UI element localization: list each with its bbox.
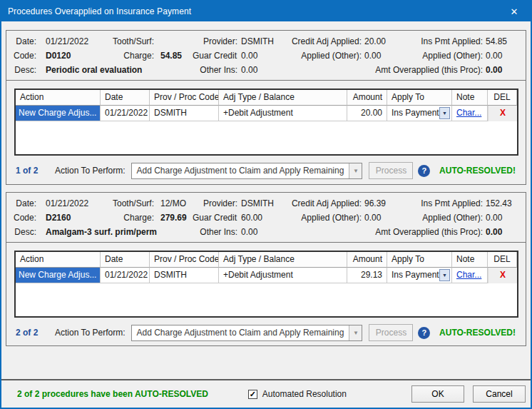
- credit-adj-applied-label: Credit Adj Applied:: [285, 34, 362, 49]
- cancel-button[interactable]: Cancel: [473, 385, 526, 403]
- applied-other-label: Applied (Other):: [285, 49, 362, 63]
- spacer: [1, 346, 531, 379]
- provider-label: Provider:: [193, 196, 237, 211]
- applied-other-label: Applied (Other):: [399, 211, 483, 225]
- col-header-del: DEL: [488, 252, 517, 268]
- footer-bar: 2 of 2 procedures have been AUTO-RESOLVE…: [1, 380, 531, 408]
- amount-cell: 20.00: [347, 106, 387, 121]
- procedure-section-2: Date: 01/21/2022 Tooth/Surf: 12/MO Provi…: [6, 192, 526, 346]
- note-cell: Char...: [452, 106, 488, 121]
- other-ins-value: 0.00: [237, 225, 285, 239]
- action-cell-selected[interactable]: New Charge Adjus...: [16, 268, 101, 283]
- table-empty-area: [16, 283, 517, 316]
- amt-overapplied-label: Amt Overapplied (this Proc):: [285, 225, 483, 239]
- table-row[interactable]: New Charge Adjus... 01/21/2022 DSMITH +D…: [16, 106, 517, 121]
- charge-value: 279.69: [154, 211, 193, 225]
- code-label: Code:: [13, 211, 36, 225]
- date-cell: 01/21/2022: [101, 106, 150, 121]
- action-to-perform-dropdown[interactable]: Add Charge Adjustment to Claim and Apply…: [131, 325, 362, 341]
- tooth-surf-value: 12/MO: [154, 196, 193, 211]
- delete-row-button[interactable]: X: [488, 268, 517, 283]
- amt-overapplied-value: 0.00: [483, 63, 519, 77]
- action-to-perform-label: Action To Perform:: [55, 328, 125, 338]
- apply-to-value: Ins Payment: [392, 106, 439, 121]
- window-title: Procedures Overapplied on Insurance Paym…: [1, 6, 191, 16]
- action-row-1: 1 of 2 Action To Perform: Add Charge Adj…: [16, 162, 516, 179]
- amt-overapplied-value: 0.00: [483, 225, 519, 239]
- table-header-row: Action Date Prov / Proc Code Adj Type / …: [16, 90, 517, 106]
- auto-resolved-badge: AUTO-RESOLVED!: [439, 166, 516, 176]
- table-row[interactable]: New Charge Adjus... 01/21/2022 DSMITH +D…: [16, 268, 517, 283]
- ok-button[interactable]: OK: [411, 385, 464, 403]
- tooth-surf-value: [154, 34, 193, 49]
- guar-credit-label: Guar Credit:: [193, 49, 237, 63]
- dialog-window: Procedures Overapplied on Insurance Paym…: [0, 0, 532, 409]
- action-row-2: 2 of 2 Action To Perform: Add Charge Adj…: [16, 324, 516, 341]
- chevron-down-icon: ▼: [442, 106, 447, 121]
- applied-other-value: 0.00: [362, 211, 399, 225]
- credit-adj-applied-label: Credit Adj Applied:: [285, 196, 362, 211]
- guar-credit-value: 60.00: [237, 211, 285, 225]
- charge-label: Charge:: [103, 49, 154, 63]
- ins-pmt-applied-value: 54.85: [483, 34, 519, 49]
- date-cell: 01/21/2022: [101, 268, 150, 283]
- auto-resolved-badge: AUTO-RESOLVED!: [439, 328, 516, 338]
- dropdown-button[interactable]: ▼: [439, 269, 450, 281]
- checkbox-box[interactable]: ✓: [248, 390, 257, 399]
- credit-adj-applied-value: 96.39: [362, 196, 399, 211]
- prov-cell: DSMITH: [150, 106, 219, 121]
- provider-value: DSMITH: [237, 196, 285, 211]
- col-header-prov: Prov / Proc Code: [150, 252, 219, 268]
- col-header-date: Date: [101, 252, 150, 268]
- resolution-status-text: 2 of 2 procedures have been AUTO-RESOLVE…: [17, 389, 208, 399]
- delete-row-button[interactable]: X: [488, 106, 517, 121]
- amount-cell: 29.13: [347, 268, 387, 283]
- amt-overapplied-label: Amt Overapplied (this Proc):: [285, 63, 483, 77]
- action-to-perform-value: Add Charge Adjustment to Claim and Apply…: [132, 328, 349, 338]
- applied-other-value: 0.00: [483, 49, 519, 63]
- apply-to-dropdown[interactable]: Ins Payment ▼: [387, 268, 452, 283]
- note-link[interactable]: Char...: [456, 270, 481, 280]
- action-to-perform-dropdown[interactable]: Add Charge Adjustment to Claim and Apply…: [131, 163, 362, 179]
- chevron-down-icon: ▼: [349, 163, 362, 178]
- charge-value: 54.85: [154, 49, 193, 63]
- adjustments-table-1: Action Date Prov / Proc Code Adj Type / …: [14, 89, 518, 156]
- checkbox-label: Automated Resolution: [262, 389, 347, 399]
- col-header-apply-to: Apply To: [387, 90, 452, 106]
- col-header-action: Action: [16, 90, 101, 106]
- dropdown-arrow-glyph: ▼: [353, 330, 359, 336]
- provider-label: Provider:: [193, 34, 237, 49]
- automated-resolution-checkbox[interactable]: ✓ Automated Resolution: [248, 389, 347, 399]
- date-label: Date:: [13, 196, 36, 211]
- process-button[interactable]: Process: [369, 324, 413, 341]
- procedure-info-1: Date: 01/21/2022 Tooth/Surf: Provider: D…: [6, 31, 526, 81]
- col-header-date: Date: [101, 90, 150, 106]
- col-header-adj-type: Adj Type / Balance: [219, 252, 347, 268]
- ins-pmt-applied-value: 152.43: [483, 196, 519, 211]
- date-label: Date:: [13, 34, 36, 49]
- col-header-note: Note: [452, 252, 488, 268]
- apply-to-dropdown[interactable]: Ins Payment ▼: [387, 106, 452, 121]
- help-icon[interactable]: ?: [418, 165, 430, 177]
- note-link[interactable]: Char...: [456, 108, 481, 118]
- guar-credit-value: 0.00: [237, 49, 285, 63]
- applied-other-value: 0.00: [483, 211, 519, 225]
- help-icon[interactable]: ?: [418, 327, 430, 339]
- col-header-adj-type: Adj Type / Balance: [219, 90, 347, 106]
- col-header-prov: Prov / Proc Code: [150, 90, 219, 106]
- procedure-info-2: Date: 01/21/2022 Tooth/Surf: 12/MO Provi…: [6, 193, 526, 243]
- other-ins-value: 0.00: [237, 63, 285, 77]
- action-to-perform-label: Action To Perform:: [55, 166, 125, 176]
- action-cell-selected[interactable]: New Charge Adjus...: [16, 106, 101, 121]
- process-button[interactable]: Process: [369, 162, 413, 179]
- ins-pmt-applied-label: Ins Pmt Applied:: [399, 34, 483, 49]
- desc-label: Desc:: [13, 63, 36, 77]
- procedure-index: 2 of 2: [16, 328, 46, 338]
- close-button[interactable]: ✕: [498, 1, 531, 21]
- code-label: Code:: [13, 49, 36, 63]
- close-icon: ✕: [511, 6, 518, 17]
- dropdown-button[interactable]: ▼: [439, 107, 450, 119]
- prov-cell: DSMITH: [150, 268, 219, 283]
- adj-type-cell: +Debit Adjustment: [219, 268, 347, 283]
- desc-label: Desc:: [13, 225, 36, 239]
